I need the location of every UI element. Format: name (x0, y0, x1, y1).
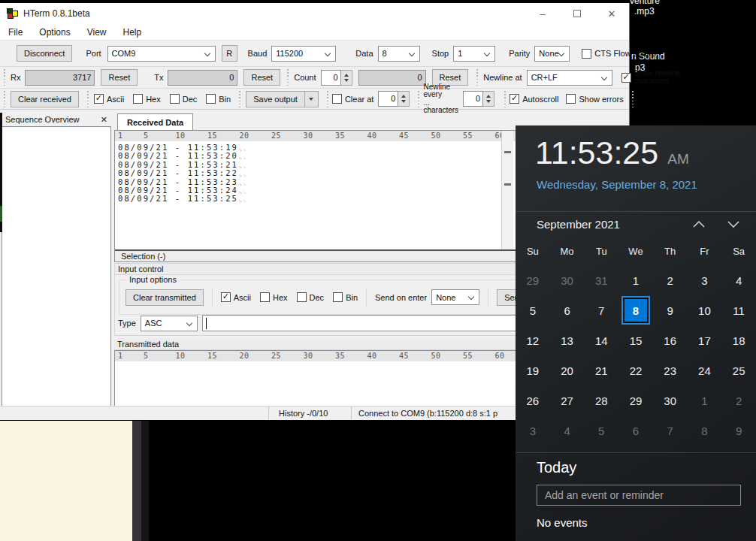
save-output-dropdown-icon[interactable] (305, 91, 319, 107)
day-7[interactable]: 7 (588, 298, 614, 323)
day-23[interactable]: 23 (658, 358, 683, 383)
show-errors-checkbox[interactable] (566, 94, 576, 104)
clear-received-button[interactable]: Clear received (11, 91, 79, 107)
day-8[interactable]: 8 (691, 418, 717, 443)
menu-file[interactable]: File (0, 27, 31, 38)
month-header[interactable]: September 2021 (537, 218, 620, 231)
day-6[interactable]: 6 (623, 418, 649, 443)
port-select[interactable]: COM9 (107, 46, 216, 62)
vertical-scrollbar[interactable] (501, 131, 513, 249)
save-output-button[interactable]: Save output (246, 91, 305, 107)
tx-dec-checkbox[interactable] (297, 292, 307, 302)
count-spinner[interactable]: 0 (321, 70, 352, 86)
show-newline-checkbox[interactable] (621, 73, 631, 83)
day-9[interactable]: 9 (658, 298, 683, 323)
spin-up-icon[interactable] (486, 95, 491, 98)
minimize-icon[interactable]: – (525, 3, 560, 24)
clear-at-spinner[interactable]: 0 (378, 91, 410, 107)
toolbar-grip[interactable] (417, 91, 420, 107)
day-1[interactable]: 1 (691, 388, 717, 413)
menu-options[interactable]: Options (31, 27, 78, 38)
day-30[interactable]: 30 (658, 388, 683, 413)
toolbar-grip[interactable] (503, 91, 507, 107)
stop-bits-select[interactable]: 1 (453, 46, 495, 62)
day-27[interactable]: 27 (555, 388, 580, 413)
spin-up-icon[interactable] (344, 74, 349, 77)
toolbar-grip[interactable] (286, 69, 289, 86)
data-bits-select[interactable]: 8 (378, 46, 420, 62)
tab-received-data[interactable]: Received Data (117, 113, 193, 130)
newline-at-select[interactable]: CR+LF (527, 70, 612, 86)
day-31[interactable]: 31 (588, 267, 614, 293)
day-6[interactable]: 6 (555, 298, 580, 323)
day-19[interactable]: 19 (520, 358, 546, 383)
day-1[interactable]: 1 (623, 267, 649, 293)
spin-down-icon[interactable] (344, 79, 349, 82)
day-20[interactable]: 20 (555, 358, 580, 383)
input-type-select[interactable]: ASC (141, 316, 198, 331)
cts-flow-control-checkbox[interactable] (582, 49, 591, 59)
tx-bin-checkbox[interactable] (333, 292, 343, 302)
day-16[interactable]: 16 (658, 328, 683, 353)
spin-down-icon[interactable] (486, 100, 491, 103)
day-8-selected[interactable]: 8 (623, 298, 649, 323)
toolbar-grip[interactable] (86, 91, 89, 107)
day-11[interactable]: 11 (726, 298, 751, 323)
day-3[interactable]: 3 (520, 418, 546, 443)
day-21[interactable]: 21 (588, 358, 614, 383)
toolbar-grip[interactable] (476, 69, 479, 86)
day-14[interactable]: 14 (588, 328, 614, 353)
toolbar-grip[interactable] (3, 69, 6, 86)
spin-up-icon[interactable] (401, 95, 406, 98)
day-3[interactable]: 3 (691, 267, 717, 293)
day-18[interactable]: 18 (726, 328, 751, 353)
day-2[interactable]: 2 (726, 388, 751, 413)
tx-reset-button[interactable]: Reset (243, 69, 280, 86)
day-5[interactable]: 5 (588, 418, 614, 443)
send-on-enter-select[interactable]: None (431, 289, 479, 305)
menu-help[interactable]: Help (115, 27, 150, 38)
day-9[interactable]: 9 (726, 418, 751, 443)
day-28[interactable]: 28 (588, 388, 614, 413)
parity-select[interactable]: None (534, 46, 570, 62)
day-22[interactable]: 22 (623, 358, 649, 383)
close-icon[interactable]: ✕ (594, 3, 629, 24)
day-15[interactable]: 15 (623, 328, 649, 353)
day-2[interactable]: 2 (658, 267, 683, 293)
toolbar-grip[interactable] (3, 91, 6, 107)
rx-dec-checkbox[interactable] (170, 94, 180, 104)
chevron-down-icon[interactable] (727, 221, 739, 228)
tx-hex-checkbox[interactable] (260, 292, 270, 302)
spin-down-icon[interactable] (401, 100, 406, 103)
day-30[interactable]: 30 (555, 267, 580, 293)
autoscroll-checkbox[interactable] (510, 94, 519, 104)
tx-ascii-checkbox[interactable] (221, 292, 231, 302)
clear-at-checkbox[interactable] (332, 94, 342, 104)
menu-view[interactable]: View (79, 27, 115, 38)
rx-reset-button[interactable]: Reset (101, 69, 138, 86)
day-12[interactable]: 12 (520, 328, 546, 353)
clear-transmitted-button[interactable]: Clear transmitted (125, 289, 204, 306)
day-10[interactable]: 10 (691, 298, 717, 323)
rx-ascii-checkbox[interactable] (94, 94, 104, 104)
rx-hex-checkbox[interactable] (133, 94, 143, 104)
day-29[interactable]: 29 (520, 267, 546, 293)
day-13[interactable]: 13 (555, 328, 580, 353)
day-17[interactable]: 17 (691, 328, 717, 353)
rescan-ports-button[interactable]: R (222, 45, 237, 62)
toolbar-grip[interactable] (326, 91, 329, 107)
day-5[interactable]: 5 (520, 298, 546, 323)
day-24[interactable]: 24 (691, 358, 717, 383)
maximize-icon[interactable] (560, 3, 594, 24)
clock-date-link[interactable]: Wednesday, September 8, 2021 (537, 178, 697, 191)
close-panel-icon[interactable]: ✕ (101, 115, 107, 125)
add-event-input[interactable] (537, 485, 741, 506)
day-25[interactable]: 25 (726, 358, 751, 383)
day-7[interactable]: 7 (658, 418, 683, 443)
day-29[interactable]: 29 (623, 388, 649, 413)
chevron-up-icon[interactable] (693, 221, 705, 228)
disconnect-button[interactable]: Disconnect (17, 45, 72, 62)
toolbar-grip[interactable] (238, 91, 241, 107)
newline-every-spinner[interactable]: 0 (463, 91, 494, 107)
day-26[interactable]: 26 (520, 388, 546, 413)
